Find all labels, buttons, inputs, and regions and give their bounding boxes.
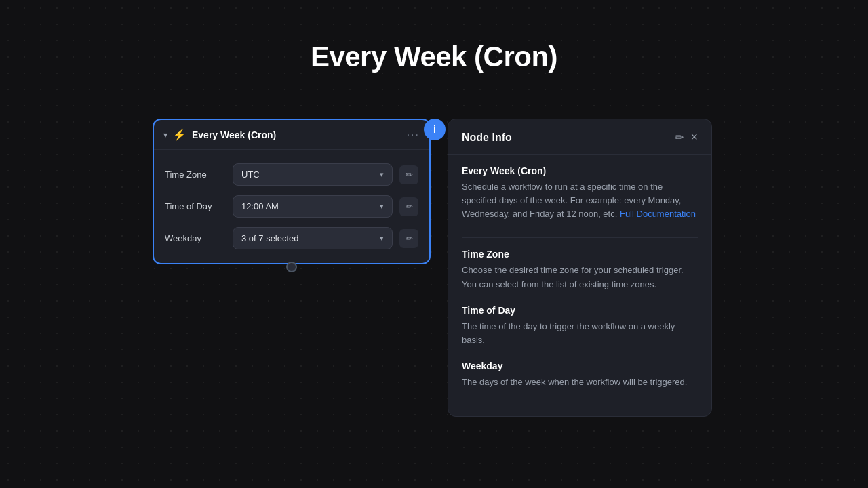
panel-header: Node Info ✏ × (448, 119, 711, 154)
time-zone-edit-button[interactable]: ✏ (399, 165, 418, 184)
panel-header-actions: ✏ × (675, 130, 698, 144)
info-button[interactable]: i (424, 119, 446, 140)
node-header: ▾ ⚡ Every Week (Cron) ··· (154, 120, 429, 150)
panel-body: Every Week (Cron) Schedule a workflow to… (448, 165, 711, 416)
weekday-label: Weekday (165, 233, 226, 243)
time-zone-chevron-icon: ▾ (380, 170, 384, 179)
panel-divider (448, 154, 711, 155)
weekday-chevron-icon: ▾ (380, 234, 384, 243)
weekday-edit-button[interactable]: ✏ (399, 229, 418, 248)
panel-section-timeofday: Time of Day The time of the day to trigg… (462, 305, 698, 347)
time-of-day-row: Time of Day 12:00 AM ▾ ✏ (165, 195, 418, 218)
panel-section-overview: Every Week (Cron) Schedule a workflow to… (462, 165, 698, 221)
weekday-info-title: Weekday (462, 361, 698, 371)
node-card: ▾ ⚡ Every Week (Cron) ··· Time Zone UTC … (153, 119, 431, 264)
full-documentation-link[interactable]: Full Documentation (620, 209, 696, 219)
time-of-day-chevron-icon: ▾ (380, 202, 384, 211)
bolt-icon: ⚡ (173, 128, 186, 141)
panel-title: Node Info (462, 131, 512, 144)
node-info-panel: Node Info ✏ × Every Week (Cron) Schedule… (448, 119, 712, 417)
panel-inner-divider-1 (462, 237, 698, 238)
weekday-select[interactable]: 3 of 7 selected ▾ (233, 227, 393, 249)
time-zone-value: UTC (241, 169, 374, 180)
node-card-title: Every Week (Cron) (192, 129, 276, 140)
panel-edit-icon[interactable]: ✏ (675, 131, 684, 144)
weekday-row: Weekday 3 of 7 selected ▾ ✏ (165, 227, 418, 249)
timeofday-info-desc: The time of the day to trigger the workf… (462, 320, 698, 347)
panel-section-timezone: Time Zone Choose the desired time zone f… (462, 249, 698, 291)
page-title: Every Week (Cron) (0, 0, 868, 73)
node-body: Time Zone UTC ▾ ✏ Time of Day 12:00 AM ▾… (154, 150, 429, 263)
timezone-info-desc: Choose the desired time zone for your sc… (462, 264, 698, 291)
time-of-day-edit-button[interactable]: ✏ (399, 197, 418, 216)
collapse-icon[interactable]: ▾ (163, 130, 167, 140)
time-of-day-label: Time of Day (165, 201, 226, 211)
timeofday-info-title: Time of Day (462, 305, 698, 316)
time-zone-label: Time Zone (165, 169, 226, 180)
overview-title: Every Week (Cron) (462, 165, 698, 176)
timezone-info-title: Time Zone (462, 249, 698, 260)
node-header-left: ▾ ⚡ Every Week (Cron) (163, 128, 401, 141)
overview-desc: Schedule a workflow to run at a specific… (462, 180, 698, 221)
panel-section-weekday: Weekday The days of the week when the wo… (462, 361, 698, 389)
weekday-value: 3 of 7 selected (241, 233, 374, 243)
node-connector (286, 262, 297, 272)
time-of-day-select[interactable]: 12:00 AM ▾ (233, 195, 393, 218)
time-zone-select[interactable]: UTC ▾ (233, 163, 393, 186)
panel-close-button[interactable]: × (690, 130, 698, 144)
time-of-day-value: 12:00 AM (241, 201, 374, 211)
more-options-icon[interactable]: ··· (407, 129, 420, 141)
weekday-info-desc: The days of the week when the workflow w… (462, 375, 698, 389)
time-zone-row: Time Zone UTC ▾ ✏ (165, 163, 418, 186)
